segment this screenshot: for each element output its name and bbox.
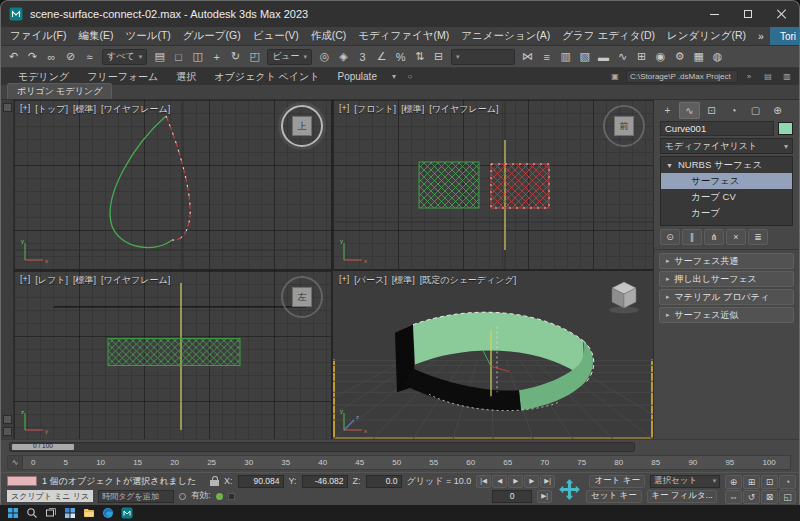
spinner-snap-icon[interactable]: ⇅ — [410, 47, 429, 66]
display-tab[interactable]: ▢ — [745, 102, 766, 119]
rollout-header[interactable]: マテリアル プロパティ — [659, 289, 794, 305]
viewport-label-part[interactable]: [標準] — [392, 274, 415, 287]
viewport-top[interactable]: [+][トップ][標準][ワイヤフレーム] 上 — [14, 100, 331, 269]
modifier-stack-row[interactable]: カーブ CV — [661, 189, 792, 205]
use-pivot-point-center-icon[interactable]: ◎ — [315, 47, 334, 66]
minimize-button[interactable] — [697, 1, 731, 27]
x-coordinate-field[interactable]: 90.084 — [238, 475, 284, 488]
toggle-layer-explorer-icon[interactable]: ▧ — [575, 47, 594, 66]
viewport-layout-add-button[interactable] — [3, 427, 12, 436]
signed-in-user[interactable]: Tori iPentec — [770, 27, 800, 45]
rectangular-selection-region-icon[interactable]: □ — [169, 47, 188, 66]
mini-curve-editor-button[interactable]: ∿ — [8, 456, 23, 469]
search-icon[interactable] — [26, 507, 38, 519]
viewport-front[interactable]: [+][フロント][標準][ワイヤフレーム] — [333, 100, 653, 269]
toggle-ribbon-icon[interactable]: ▬ — [594, 47, 613, 66]
nurbs-surface-front-view[interactable] — [419, 162, 549, 208]
viewport-layout-option-button[interactable] — [3, 415, 12, 424]
project-path-field[interactable]: C:\Storage\P .dsMax Project — [626, 70, 738, 83]
menu-item[interactable]: グループ(G) — [177, 27, 247, 45]
3ds-max-taskbar-button[interactable] — [121, 507, 133, 519]
viewport-label-part[interactable]: [トップ] — [35, 103, 68, 116]
make-unique-button[interactable]: ⋔ — [704, 229, 724, 245]
modifier-stack-row[interactable]: サーフェス — [661, 173, 792, 189]
window-crossing-toggle-icon[interactable]: ◫ — [188, 47, 207, 66]
track-bar[interactable]: ∿ 05101520253035404550556065707580859095… — [7, 455, 791, 470]
set-key-button[interactable]: セット キー — [586, 490, 642, 503]
start-button[interactable] — [7, 507, 19, 519]
pin-stack-button[interactable]: ⊙ — [660, 229, 680, 245]
menu-item[interactable]: レンダリング(R) — [661, 27, 752, 45]
rollout-header[interactable]: サーフェス共通 — [659, 253, 794, 269]
viewport-label-part[interactable]: [レフト] — [35, 274, 68, 287]
go-to-end-button[interactable]: ▶| — [540, 475, 555, 488]
zoom-all-icon[interactable]: ⊞ — [743, 475, 760, 489]
task-view-button[interactable] — [45, 507, 57, 519]
viewcube[interactable]: 上 — [281, 105, 323, 147]
redo-icon[interactable]: ↷ — [23, 47, 42, 66]
viewcube[interactable]: 前 — [603, 105, 645, 147]
macro-recorder-field[interactable] — [7, 476, 37, 486]
modifier-list-dropdown[interactable]: モディファイヤリスト — [660, 138, 793, 154]
stack-expander-icon[interactable]: ▼ — [666, 162, 675, 169]
curve-editor-icon[interactable]: ∿ — [613, 47, 632, 66]
rendered-frame-window-icon[interactable]: ▦ — [689, 47, 708, 66]
ribbon-tab[interactable]: Populate — [328, 68, 385, 85]
motion-tab[interactable]: ◔ — [723, 102, 744, 119]
menu-item[interactable]: ツール(T) — [119, 27, 176, 45]
unlink-selection-icon[interactable]: ⊘ — [61, 47, 80, 66]
edit-named-selection-sets-icon[interactable]: ⊟ — [429, 47, 448, 66]
project-settings-icon[interactable]: ▥ — [779, 70, 795, 84]
selection-filter-combo[interactable]: すべて — [102, 49, 147, 65]
project-folder-icon[interactable]: ▣ — [607, 70, 623, 84]
widgets-button[interactable] — [64, 507, 76, 519]
time-slider-track[interactable]: 0 / 100 — [9, 442, 635, 452]
render-setup-icon[interactable]: ⚙ — [670, 47, 689, 66]
viewport-label-part[interactable]: [+] — [339, 103, 349, 116]
modifier-stack-row[interactable]: カーブ — [661, 205, 792, 221]
angle-snap-icon[interactable]: ∠ — [372, 47, 391, 66]
viewcube[interactable] — [603, 276, 645, 318]
set-keys-large-button[interactable] — [558, 478, 581, 501]
select-by-name-icon[interactable]: ▤ — [150, 47, 169, 66]
reference-coordinate-combo[interactable]: ビュー — [267, 49, 312, 65]
modify-tab[interactable]: ∿ — [679, 102, 700, 119]
go-to-start-button[interactable]: |◀ — [476, 475, 491, 488]
bind-to-space-warp-icon[interactable]: ≈ — [80, 47, 99, 66]
status-toggle-icon[interactable] — [179, 493, 186, 500]
select-and-manipulate-icon[interactable]: ◈ — [334, 47, 353, 66]
modifier-stack-row[interactable]: ▼ NURBS サーフェス — [661, 157, 792, 173]
menu-item[interactable]: » — [752, 27, 770, 45]
object-color-swatch[interactable] — [778, 122, 793, 135]
undo-icon[interactable]: ↶ — [4, 47, 23, 66]
configure-modifier-sets-button[interactable]: ≣ — [748, 229, 768, 245]
viewport-label-part[interactable]: [フロント] — [354, 103, 396, 116]
select-and-rotate-icon[interactable]: ↻ — [226, 47, 245, 66]
select-and-move-icon[interactable]: + — [207, 47, 226, 66]
close-button[interactable] — [765, 1, 799, 27]
viewport-label-part[interactable]: [標準] — [73, 103, 96, 116]
zoom-extents-icon[interactable]: ⊡ — [761, 475, 778, 489]
y-coordinate-field[interactable]: -46.082 — [302, 475, 348, 488]
select-and-scale-icon[interactable]: ◰ — [245, 47, 264, 66]
rollout-header[interactable]: サーフェス近似 — [659, 307, 794, 323]
toggle-scene-explorer-icon[interactable]: ▥ — [556, 47, 575, 66]
viewport-label-part[interactable]: [既定のシェーディング] — [420, 274, 516, 287]
maxscript-mini-listener[interactable]: スクリプト ミニ リス — [7, 490, 93, 502]
orbit-icon[interactable]: ↺ — [743, 490, 760, 504]
viewport-label-part[interactable]: [ワイヤフレーム] — [101, 274, 170, 287]
viewcube[interactable]: 左 — [281, 276, 323, 318]
align-icon[interactable]: ≡ — [537, 47, 556, 66]
mirror-icon[interactable]: ⋈ — [518, 47, 537, 66]
ribbon-tab[interactable]: オブジェクト ペイント — [205, 68, 328, 85]
go-to-end-button[interactable]: ▶| — [537, 490, 552, 503]
menu-item[interactable]: 作成(C) — [305, 27, 353, 45]
selection-lock-icon[interactable] — [210, 480, 219, 486]
rollout-header[interactable]: 押し出しサーフェス — [659, 271, 794, 287]
named-selection-sets-combo[interactable] — [451, 49, 515, 65]
menu-item[interactable]: グラフ エディタ(D) — [556, 27, 661, 45]
next-frame-button[interactable]: ▶ — [524, 475, 539, 488]
field-of-view-icon[interactable]: ◔ — [779, 475, 796, 489]
viewport-label-part[interactable]: [標準] — [73, 274, 96, 287]
viewport-label-part[interactable]: [+] — [20, 274, 30, 287]
